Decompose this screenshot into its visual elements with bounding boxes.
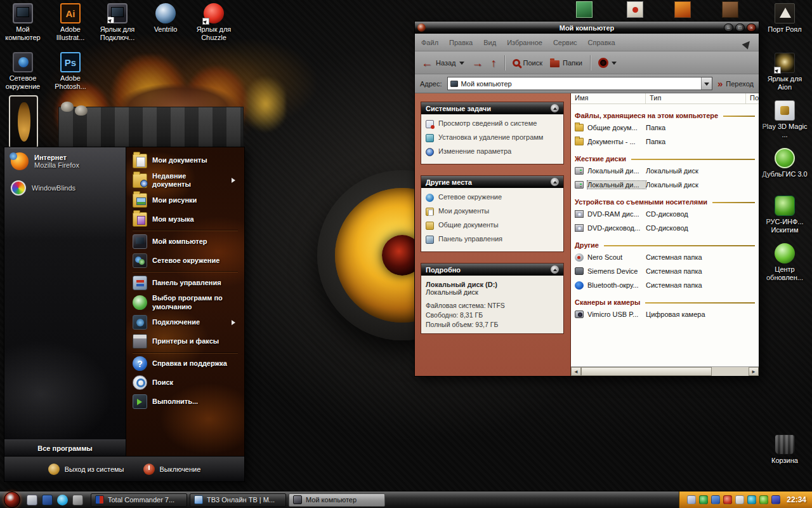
menu-favorites[interactable]: Избранное [507, 39, 542, 46]
forward-button[interactable]: → [472, 57, 483, 69]
column-total-size[interactable]: Полн [746, 93, 759, 104]
address-input[interactable]: Мой компьютер [447, 77, 712, 90]
back-button[interactable]: ← Назад [421, 57, 464, 69]
start-menu-item-network-places[interactable]: Сетевое окружение [129, 251, 242, 270]
desktop-icon-play3d-magic[interactable]: Play 3D Magic ... [762, 100, 808, 138]
start-menu-item-default-programs[interactable]: Выбор программ по умолчанию [129, 292, 242, 312]
column-type[interactable]: Тип [646, 93, 746, 104]
column-name[interactable]: Имя [571, 93, 646, 104]
start-menu-item-help-support[interactable]: ? Справка и поддержка [129, 354, 242, 373]
desktop-icon-adobe-illustrator[interactable]: Ai Adobe Illustrat... [48, 3, 93, 41]
place-control-panel[interactable]: Панель управления [426, 235, 559, 244]
tray-icon-1[interactable] [687, 495, 696, 504]
minimize-button[interactable]: – [724, 23, 733, 32]
file-row-bluetooth[interactable]: Bluetooth-окру... Системная папка [575, 279, 755, 291]
start-menu-item-my-music[interactable]: Моя музыка [129, 210, 242, 229]
collapse-icon[interactable] [551, 104, 559, 112]
quick-launch-app-icon[interactable] [42, 495, 53, 505]
views-button[interactable] [598, 58, 617, 68]
place-shared-documents[interactable]: Общие документы [426, 221, 559, 230]
file-row-local-disk-d-selected[interactable]: Локальный ди... Локальный диск [575, 179, 755, 190]
desktop-icon-top-4[interactable] [721, 1, 739, 18]
desktop-icon-my-computer[interactable]: Мой компьютер [0, 3, 46, 41]
start-menu-item-windowblinds[interactable]: WindowBlinds [4, 175, 126, 201]
start-button[interactable] [4, 491, 20, 508]
tray-icon-6[interactable] [747, 495, 756, 504]
collapse-icon[interactable] [551, 178, 559, 186]
desktop-icon-top-1[interactable] [575, 1, 593, 18]
desktop-icon-recycle-bin[interactable]: Корзина [762, 434, 808, 465]
file-row-vimicro-camera[interactable]: Vimicro USB P... Цифровая камера [575, 309, 755, 320]
menu-tools[interactable]: Сервис [553, 39, 577, 46]
menu-help[interactable]: Справка [588, 39, 615, 46]
tray-icon-7[interactable] [759, 495, 768, 504]
task-button-my-computer[interactable]: Мой компьютер [289, 493, 385, 507]
desktop-icon-update-center[interactable]: Центр обновлен... [762, 243, 808, 281]
desktop-icon-aion[interactable]: Ярлык для Aion [762, 53, 808, 91]
desktop-icon-top-3[interactable] [674, 1, 691, 18]
start-menu-item-my-documents[interactable]: Мои документы [129, 151, 242, 170]
start-menu-item-connect-to[interactable]: Подключение [129, 313, 242, 332]
start-menu-item-printers-faxes[interactable]: Принтеры и факсы [129, 332, 242, 351]
start-menu-item-my-computer[interactable]: Мой компьютер [129, 232, 242, 251]
menu-file[interactable]: Файл [421, 39, 438, 46]
file-row-nero-scout[interactable]: Nero Scout Системная папка [575, 251, 755, 263]
tray-icon-4[interactable] [723, 495, 732, 504]
scrollbar-track[interactable] [581, 367, 749, 376]
skype-icon[interactable] [57, 495, 68, 505]
desktop-icon-rus-inf[interactable]: РУС-ИНФ... Искитим [762, 196, 808, 234]
start-menu-item-recent-documents[interactable]: Недавние документы [129, 170, 242, 190]
start-menu-item-control-panel[interactable]: Панель управления [129, 273, 242, 292]
start-menu-item-internet[interactable]: Интернет Mozilla Firefox [4, 147, 126, 175]
tray-icon-2[interactable] [699, 495, 708, 504]
desktop-icon-chuzzle[interactable]: Ярлык для Chuzzle [191, 3, 237, 41]
desktop-icon-top-2[interactable] [626, 1, 644, 18]
scrollbar-thumb[interactable] [581, 367, 712, 376]
task-button-total-commander[interactable]: Total Commander 7... [91, 493, 187, 507]
window-titlebar[interactable]: Мой компьютер – □ × [415, 22, 759, 34]
task-button-tv3-online[interactable]: ТВ3 Онлайн ТВ | М... [190, 493, 286, 507]
details-header[interactable]: Подробно [421, 264, 563, 276]
show-desktop-icon[interactable] [27, 495, 37, 505]
file-row-siemens-device[interactable]: Siemens Device Системная папка [575, 265, 755, 277]
menu-edit[interactable]: Правка [449, 39, 473, 46]
file-row-local-disk-c[interactable]: Локальный ди... Локальный диск [575, 165, 755, 177]
start-menu-item-search[interactable]: Поиск [129, 373, 242, 392]
desktop-icon-adobe-photoshop[interactable]: Ps Adobe Photosh... [48, 52, 93, 90]
log-off-button[interactable]: Выход из системы [48, 464, 124, 475]
desktop-icon-ventrilo[interactable]: Ventrilo [143, 3, 188, 34]
task-change-setting[interactable]: Изменение параметра [426, 147, 559, 156]
desktop-icon-dublgis[interactable]: ДубльГИС 3.0 [762, 148, 808, 178]
go-button[interactable]: » Переход [717, 79, 754, 88]
desktop-icon-port-royal[interactable]: Порт Роял [762, 3, 808, 34]
scroll-right-button[interactable]: ► [749, 367, 759, 376]
file-row-user-documents[interactable]: Документы - ... Папка [575, 136, 755, 147]
search-button[interactable]: Поиск [513, 59, 542, 67]
start-menu-item-my-pictures[interactable]: Мои рисунки [129, 190, 242, 210]
task-view-system-info[interactable]: Просмотр сведений о системе [426, 119, 559, 128]
place-network[interactable]: Сетевое окружение [426, 193, 559, 202]
address-dropdown-button[interactable] [701, 77, 712, 90]
other-places-header[interactable]: Другие места [421, 176, 563, 188]
tray-icon-3[interactable] [711, 495, 720, 504]
maximize-button[interactable]: □ [735, 23, 745, 32]
all-programs-button[interactable]: Все программы [4, 439, 126, 456]
tray-icon-5[interactable] [735, 495, 744, 504]
shut-down-button[interactable]: Выключение [143, 464, 201, 475]
up-button[interactable]: ↑ [491, 57, 497, 69]
quick-launch-app-icon[interactable] [72, 495, 83, 505]
scroll-left-button[interactable]: ◄ [571, 367, 581, 376]
start-menu-item-run[interactable]: Выполнить... [129, 392, 242, 411]
tray-icon-8[interactable] [771, 495, 780, 504]
system-tasks-header[interactable]: Системные задачи [421, 102, 563, 114]
file-row-dvd-ram[interactable]: DVD-RAM дис... CD-дисковод [575, 208, 755, 220]
place-my-documents[interactable]: Мои документы [426, 207, 559, 216]
task-add-remove-programs[interactable]: Установка и удаление программ [426, 133, 559, 142]
collapse-icon[interactable] [551, 265, 559, 274]
desktop-icon-network-places[interactable]: Сетевое окружение [0, 52, 46, 90]
desktop-icon-connection-shortcut[interactable]: Ярлык для Подключ... [95, 3, 140, 41]
file-row-shared-documents[interactable]: Общие докум... Папка [575, 122, 755, 133]
close-button[interactable]: × [747, 23, 756, 32]
folders-button[interactable]: Папки [550, 58, 582, 67]
file-row-dvd-drive[interactable]: DVD-дисковод... CD-дисковод [575, 222, 755, 234]
